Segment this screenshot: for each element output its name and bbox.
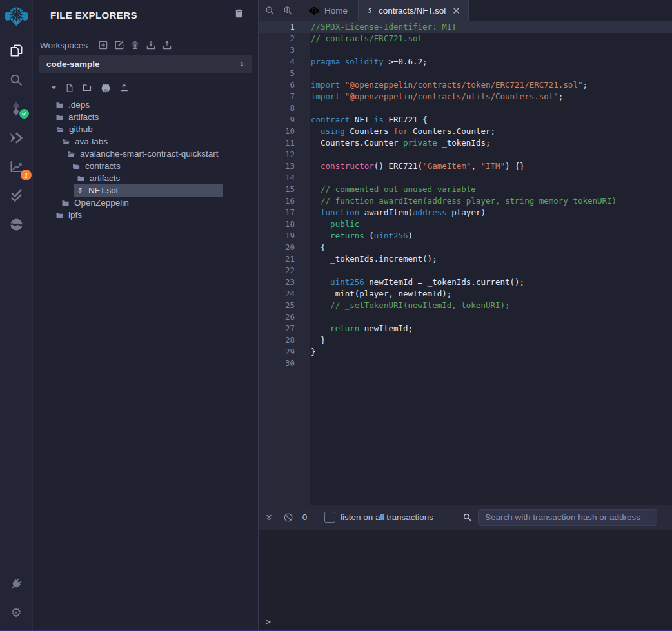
tree-item-artifacts[interactable]: artifacts [33, 111, 258, 123]
create-workspace-icon[interactable] [98, 40, 108, 50]
code-line-6[interactable]: 6import "@openzeppelin/contracts/token/E… [259, 79, 672, 91]
code-line-21[interactable]: 21 _tokenIds.increment(); [259, 253, 672, 265]
tab-home[interactable]: Home [299, 0, 358, 21]
tree-item-avalanche-smart-contract-quickstart[interactable]: avalanche-smart-contract-quickstart [33, 148, 258, 160]
sidebar-plugin-manager-button[interactable] [0, 569, 32, 598]
clear-console-icon[interactable] [283, 512, 293, 523]
terminal-search-input[interactable] [478, 509, 657, 526]
code-text: } [310, 346, 316, 358]
code-line-14[interactable]: 14 [259, 172, 672, 184]
code-line-7[interactable]: 7import "@openzeppelin/contracts/utils/C… [259, 91, 672, 102]
tree-item-nft-sol[interactable]: NFT.sol [33, 184, 258, 197]
line-number: 22 [259, 265, 310, 277]
restore-workspaces-icon[interactable] [162, 40, 172, 50]
close-tab-icon[interactable] [452, 6, 460, 15]
download-workspaces-icon[interactable] [146, 40, 156, 50]
code-line-11[interactable]: 11 Counters.Counter private _tokenIds; [259, 137, 672, 149]
tab-contracts-nft-sol[interactable]: contracts/NFT.sol [358, 0, 469, 21]
sidebar-settings-button[interactable]: ⚙ [0, 598, 32, 627]
tree-item-artifacts[interactable]: artifacts [33, 172, 258, 184]
line-number: 8 [259, 102, 310, 114]
tree-item-ipfs[interactable]: ipfs [33, 209, 258, 221]
line-number: 25 [259, 300, 310, 311]
zoom-in-icon[interactable] [283, 6, 293, 15]
code-line-29[interactable]: 29} [259, 346, 672, 358]
workspaces-label: Workspaces [40, 41, 88, 50]
code-line-3[interactable]: 3 [259, 44, 672, 56]
github-actions-icon[interactable] [100, 83, 112, 93]
code-line-2[interactable]: 2// contracts/ERC721.sol [259, 33, 672, 44]
listen-transactions-checkbox[interactable] [324, 512, 335, 523]
collapse-terminal-icon[interactable] [265, 513, 273, 522]
icon-sidebar: 1 ⚙ [0, 0, 33, 631]
line-number: 11 [259, 137, 310, 149]
tree-item-contracts[interactable]: contracts [33, 160, 258, 172]
tree-item-github[interactable]: github [33, 123, 258, 135]
code-line-13[interactable]: 13 constructor() ERC721("GameItem", "ITM… [259, 160, 672, 172]
code-line-25[interactable]: 25 // _setTokenURI(newItemId, tokenURI); [259, 300, 672, 311]
code-line-15[interactable]: 15 // commented out unused variable [259, 184, 672, 195]
code-text [310, 172, 311, 184]
collapse-caret-icon[interactable] [50, 84, 57, 92]
code-line-27[interactable]: 27 return newItemId; [259, 323, 672, 335]
folder-icon [55, 211, 64, 219]
tree-item-openzeppelin[interactable]: OpenZeppelin [33, 197, 258, 209]
code-line-28[interactable]: 28 } [259, 335, 672, 346]
new-folder-icon[interactable] [82, 83, 92, 92]
code-text: // _setTokenURI(newItemId, tokenURI); [310, 300, 510, 311]
terminal-output[interactable]: > [259, 530, 672, 631]
tab-label: contracts/NFT.sol [379, 6, 446, 15]
line-number: 15 [259, 184, 310, 195]
code-line-5[interactable]: 5 [259, 68, 672, 79]
tree-item-label: avalanche-smart-contract-quickstart [80, 149, 219, 159]
zoom-out-icon[interactable] [265, 6, 275, 15]
folder-icon [61, 199, 70, 207]
code-line-16[interactable]: 16 // function awardItem(address player,… [259, 195, 672, 207]
line-number: 1 [259, 21, 310, 33]
remix-logo[interactable] [5, 0, 28, 36]
code-text: pragma solidity >=0.6.2; [310, 56, 428, 68]
sidebar-analytics-button[interactable]: 1 [0, 152, 32, 181]
code-line-30[interactable]: 30 [259, 358, 672, 369]
book-icon[interactable] [234, 8, 244, 21]
code-line-24[interactable]: 24 _mint(player, newItemId); [259, 288, 672, 300]
sidebar-deploy-run-button[interactable] [0, 123, 32, 152]
sidebar-search-button[interactable] [0, 65, 32, 94]
line-number: 23 [259, 277, 310, 288]
sidebar-file-explorer-button[interactable] [0, 36, 32, 65]
workspace-select[interactable]: code-sample [39, 55, 252, 73]
code-line-26[interactable]: 26 [259, 311, 672, 323]
code-editor[interactable]: 1//SPDX-License-Identifier: MIT2// contr… [259, 21, 672, 505]
terminal-prompt: > [266, 617, 271, 626]
code-line-17[interactable]: 17 function awardItem(address player) [259, 207, 672, 218]
publish-to-gist-icon[interactable] [119, 83, 129, 93]
code-line-4[interactable]: 4pragma solidity >=0.6.2; [259, 56, 672, 68]
code-line-1[interactable]: 1//SPDX-License-Identifier: MIT [259, 21, 672, 33]
code-line-9[interactable]: 9contract NFT is ERC721 { [259, 114, 672, 126]
tree-item--deps[interactable]: .deps [33, 99, 258, 111]
code-line-23[interactable]: 23 uint256 newItemId = _tokenIds.current… [259, 277, 672, 288]
code-text [310, 311, 311, 323]
new-file-icon[interactable] [65, 83, 74, 93]
sidebar-solidity-compiler-button[interactable] [0, 94, 32, 123]
code-text: returns (uint256) [310, 230, 413, 242]
code-line-19[interactable]: 19 returns (uint256) [259, 230, 672, 242]
code-line-18[interactable]: 18 public [259, 218, 672, 230]
code-line-22[interactable]: 22 [259, 265, 672, 277]
terminal-search-icon[interactable] [462, 512, 472, 522]
folder-icon [55, 101, 64, 109]
sidebar-unit-testing-button[interactable] [0, 181, 32, 210]
tree-item-ava-labs[interactable]: ava-labs [33, 135, 258, 148]
code-line-20[interactable]: 20 { [259, 242, 672, 253]
rename-workspace-icon[interactable] [114, 40, 124, 50]
folder-open-icon [61, 138, 70, 146]
code-line-12[interactable]: 12 [259, 149, 672, 160]
tab-label: Home [324, 6, 348, 15]
code-line-10[interactable]: 10 using Counters for Counters.Counter; [259, 126, 672, 137]
workspace-selected-value: code-sample [46, 59, 100, 69]
code-text: import "@openzeppelin/contracts/token/ER… [310, 79, 588, 91]
sidebar-sourcify-button[interactable] [0, 210, 32, 239]
code-line-8[interactable]: 8 [259, 102, 672, 114]
delete-workspace-icon[interactable] [130, 40, 140, 50]
compile-success-badge [18, 108, 30, 120]
